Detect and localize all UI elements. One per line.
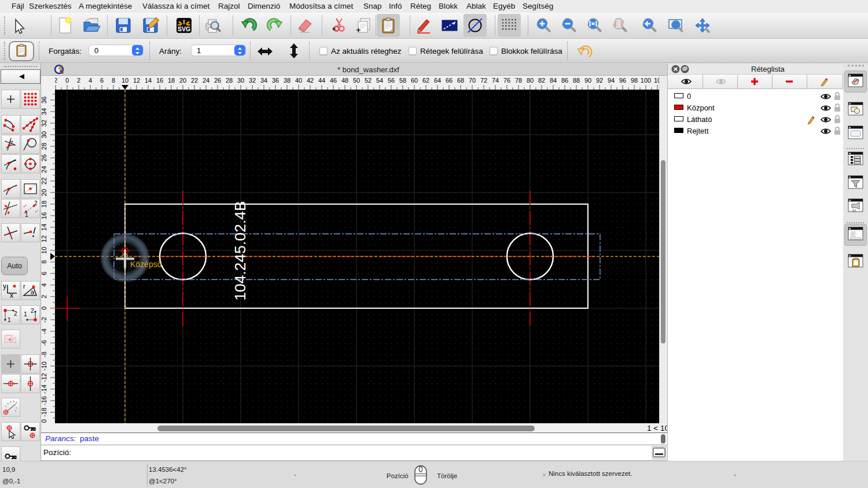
svg-text:2: 2 [14, 310, 17, 317]
svg-text:58: 58 [399, 77, 406, 84]
svg-text:78: 78 [515, 77, 522, 84]
svg-text:82: 82 [538, 77, 545, 84]
svg-text:72: 72 [480, 77, 487, 84]
svg-text:2: 2 [31, 308, 34, 314]
svg-text:22: 22 [41, 178, 47, 184]
svg-text:26: 26 [214, 77, 221, 84]
svg-text:98: 98 [631, 77, 638, 84]
svg-text:32: 32 [249, 77, 256, 84]
svg-text:18: 18 [168, 77, 175, 84]
svg-text:36: 36 [272, 77, 279, 84]
svg-text:-2: -2 [41, 317, 47, 323]
svg-text:r: r [23, 283, 25, 290]
svg-text:34: 34 [41, 108, 47, 115]
svg-text:2: 2 [77, 77, 80, 84]
svg-text:2: 2 [41, 295, 47, 298]
svg-text:6: 6 [100, 77, 104, 84]
svg-text:34: 34 [260, 77, 267, 84]
svg-text:-14: -14 [41, 385, 47, 394]
svg-text:16: 16 [41, 212, 47, 219]
svg-text:4: 4 [89, 77, 92, 84]
svg-text:0: 0 [65, 77, 69, 84]
svg-text:56: 56 [388, 77, 395, 84]
svg-text:x: x [10, 291, 13, 300]
svg-text:30: 30 [41, 131, 47, 138]
svg-text:12: 12 [41, 235, 47, 242]
svg-text:18: 18 [41, 201, 47, 208]
svg-text:80: 80 [527, 77, 534, 84]
svg-text:100: 100 [641, 77, 651, 84]
svg-text:64: 64 [434, 77, 441, 84]
svg-text:54: 54 [376, 77, 383, 84]
svg-text:-20: -20 [41, 419, 47, 423]
svg-text:12: 12 [133, 77, 140, 84]
svg-text:76: 76 [503, 77, 510, 84]
svg-text:96: 96 [619, 77, 626, 84]
svg-text:14: 14 [41, 224, 47, 231]
svg-text:1: 1 [8, 317, 11, 323]
svg-text:4: 4 [41, 283, 47, 287]
svg-text:-10: -10 [41, 361, 47, 371]
svg-text:-8: -8 [41, 352, 47, 357]
svg-text:26: 26 [41, 154, 47, 161]
svg-text:86: 86 [561, 77, 568, 84]
svg-text:-6: -6 [41, 340, 47, 346]
svg-text:88: 88 [573, 77, 580, 84]
svg-text:30: 30 [237, 77, 244, 84]
svg-text:24: 24 [203, 77, 209, 84]
svg-text:Középső: Középső [130, 260, 162, 269]
svg-text:8: 8 [112, 77, 115, 84]
svg-text:24: 24 [41, 166, 47, 173]
svg-text:48: 48 [341, 77, 348, 84]
svg-text:20: 20 [41, 189, 47, 196]
svg-text:16: 16 [156, 77, 163, 84]
svg-text:6: 6 [41, 272, 47, 275]
svg-text:68: 68 [457, 77, 464, 84]
svg-text:10: 10 [654, 77, 659, 84]
svg-text:104.245.02.4B: 104.245.02.4B [231, 201, 249, 301]
svg-text:46: 46 [330, 77, 337, 84]
svg-text:52: 52 [365, 77, 372, 84]
svg-text:0: 0 [41, 306, 47, 310]
svg-text:10: 10 [41, 247, 47, 254]
svg-text:1: 1 [25, 212, 28, 217]
svg-text:70: 70 [469, 77, 476, 84]
svg-text:40: 40 [295, 77, 302, 84]
svg-text:-18: -18 [41, 408, 47, 417]
svg-text:a: a [31, 289, 35, 295]
svg-text:36: 36 [41, 97, 47, 103]
svg-text:90: 90 [584, 77, 591, 84]
svg-text:42: 42 [307, 77, 314, 84]
svg-text:94: 94 [608, 77, 615, 84]
svg-text:28: 28 [226, 77, 233, 84]
svg-text:44: 44 [318, 77, 325, 84]
svg-text:-4: -4 [41, 328, 47, 334]
svg-text:2: 2 [34, 200, 38, 206]
svg-text:10: 10 [122, 77, 128, 84]
svg-text:-12: -12 [41, 373, 47, 382]
svg-text:62: 62 [422, 77, 429, 84]
svg-text:1: 1 [24, 311, 27, 317]
svg-text:22: 22 [191, 77, 198, 84]
svg-text:38: 38 [284, 77, 290, 84]
svg-text:-16: -16 [41, 396, 47, 405]
svg-text:20: 20 [179, 77, 186, 84]
svg-text:y: y [3, 282, 6, 290]
svg-text:32: 32 [41, 120, 47, 127]
svg-text:8: 8 [41, 260, 47, 264]
svg-text:84: 84 [550, 77, 557, 84]
svg-text:14: 14 [145, 77, 152, 84]
svg-text:50: 50 [353, 77, 360, 84]
svg-text:SVG: SVG [178, 25, 190, 32]
svg-text:28: 28 [41, 143, 47, 150]
svg-text:92: 92 [596, 77, 603, 84]
svg-text:60: 60 [411, 77, 418, 84]
svg-text:74: 74 [492, 77, 499, 84]
svg-text:66: 66 [446, 77, 453, 84]
